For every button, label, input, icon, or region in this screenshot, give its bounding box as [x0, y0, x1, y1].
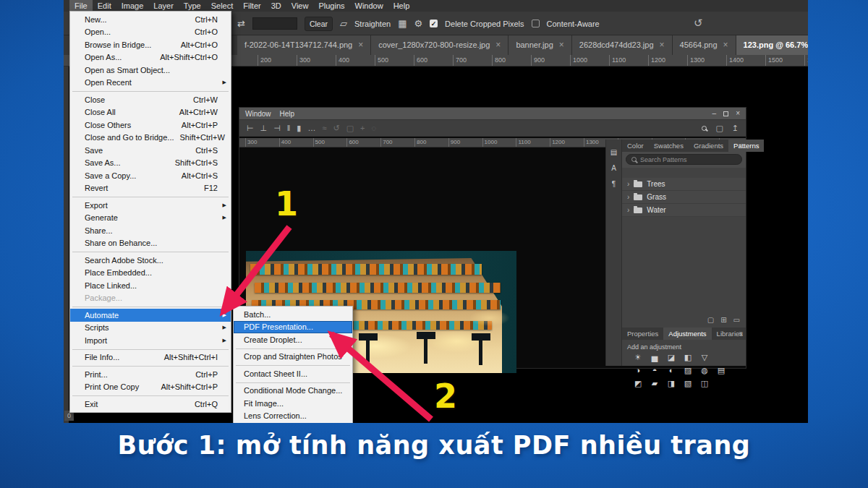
document-tab[interactable]: banner.jpg × — [509, 35, 571, 55]
document-tab[interactable]: 2628dcd474dd23.jpg × — [572, 35, 673, 55]
file-menu-item[interactable]: Close Others Alt+Ctrl+P ▶ — [70, 119, 231, 132]
file-menu-item[interactable]: New... Ctrl+N ▶ — [70, 13, 231, 26]
file-menu-item[interactable]: Save Ctrl+S ▶ — [70, 144, 231, 157]
file-menu-item[interactable]: Save As... Shift+Ctrl+S ▶ — [70, 157, 231, 170]
file-menu-item[interactable]: Print... Ctrl+P ▶ — [70, 368, 231, 381]
inner-menubar-item[interactable]: Window — [245, 110, 271, 118]
automate-submenu-item[interactable]: Lens Correction... ▶ — [234, 410, 352, 423]
panel-tab[interactable]: Properties — [622, 328, 663, 340]
menubar-item[interactable]: View — [286, 0, 314, 12]
adjustment-icon[interactable]: ☀ — [632, 353, 644, 362]
document-tab[interactable]: 123.png @ 66.7% (RGB/8 × — [736, 35, 808, 55]
file-menu-item[interactable]: Open Recent ▶ — [70, 77, 231, 90]
file-menu-item[interactable]: Revert F12 ▶ — [70, 182, 231, 195]
menubar-item[interactable]: Window — [350, 0, 388, 12]
pattern-folder-row[interactable]: › Grass — [622, 191, 746, 204]
file-menu-item[interactable]: Save a Copy... Alt+Ctrl+S ▶ — [70, 169, 231, 182]
adjustment-icon[interactable]: ▅ — [649, 353, 660, 362]
chevron-right-icon[interactable]: › — [627, 180, 629, 188]
adjustment-icon[interactable]: ◐ — [665, 366, 677, 375]
menubar-item[interactable]: Plugins — [313, 0, 349, 12]
panel-tab[interactable]: Swatches — [649, 140, 689, 152]
file-menu-item[interactable]: Open as Smart Object... ▶ — [70, 64, 231, 77]
inner-menubar-item[interactable]: Help — [280, 110, 295, 118]
adjustment-icon[interactable]: ◪ — [665, 353, 677, 362]
adjustment-icon[interactable]: ▨ — [682, 366, 694, 375]
file-menu-item[interactable]: Print One Copy Alt+Shift+Ctrl+P ▶ — [70, 381, 231, 394]
file-menu-item[interactable]: Open As... Alt+Shift+Ctrl+O ▶ — [70, 51, 231, 64]
grid-overlay-icon[interactable]: ▦ — [398, 19, 407, 28]
automate-submenu-item[interactable]: Create Droplet... ▶ — [234, 333, 352, 346]
character-panel-icon[interactable]: A — [611, 164, 616, 172]
automate-submenu-item[interactable]: Fit Image... ▶ — [234, 397, 352, 410]
file-menu-item[interactable]: Automate ▶ — [70, 309, 231, 322]
chevron-right-icon[interactable]: › — [627, 193, 629, 201]
delete-cropped-pixels-checkbox[interactable]: ✓ — [430, 20, 438, 27]
menubar-item[interactable]: File — [69, 0, 93, 12]
panel-menu-icon[interactable]: ≡ — [739, 140, 743, 152]
chevron-right-icon[interactable]: › — [627, 206, 629, 214]
search-icon[interactable] — [702, 126, 707, 131]
panel-footer-icon[interactable]: ⊞ — [720, 316, 726, 326]
gear-icon[interactable]: ⚙ — [414, 19, 422, 28]
close-tab-icon[interactable]: × — [358, 35, 363, 55]
share-icon[interactable]: ↥ — [732, 124, 739, 132]
adjustment-icon[interactable]: ◓ — [649, 366, 660, 375]
glyphs-panel-icon[interactable]: ▤ — [610, 148, 617, 156]
document-tab[interactable]: f-2022-06-14T134712.744.png × — [237, 35, 371, 55]
clear-button[interactable]: Clear — [305, 17, 333, 31]
file-menu-item[interactable]: Close and Go to Bridge... Shift+Ctrl+W ▶ — [70, 132, 231, 145]
align-tool-icon[interactable]: … — [307, 124, 315, 132]
file-menu-item[interactable]: Exit Ctrl+Q ▶ — [70, 398, 231, 411]
pattern-folder-row[interactable]: › Trees — [622, 178, 746, 191]
adjustment-icon[interactable]: ◫ — [699, 379, 710, 388]
document-tab[interactable]: 45664.png × — [673, 35, 736, 55]
panel-menu-icon[interactable]: ≡ — [739, 328, 743, 340]
adjustment-icon[interactable]: ◧ — [682, 353, 694, 362]
menubar-item[interactable]: Edit — [93, 0, 116, 12]
panel-tab[interactable]: Color — [622, 140, 649, 152]
panel-tab[interactable]: Gradients — [689, 140, 728, 152]
file-menu-item[interactable]: Browse in Bridge... Alt+Ctrl+O ▶ — [70, 38, 231, 51]
close-tab-icon[interactable]: × — [559, 35, 564, 55]
file-menu-item[interactable]: Share... ▶ — [70, 224, 231, 237]
menubar-item[interactable]: Image — [116, 0, 149, 12]
panel-tab[interactable]: Adjustments — [663, 328, 711, 340]
menubar-item[interactable]: Select — [206, 0, 239, 12]
menubar-item[interactable]: Filter — [238, 0, 265, 12]
menubar-item[interactable]: Layer — [148, 0, 179, 12]
automate-submenu-item[interactable]: PDF Presentation... ▶ — [234, 321, 352, 334]
workspace-icon[interactable]: ▢ — [715, 124, 723, 132]
adjustment-icon[interactable]: ◍ — [699, 366, 710, 375]
paragraph-panel-icon[interactable]: ¶ — [612, 180, 616, 188]
swap-dimensions-icon[interactable]: ⇄ — [237, 19, 245, 28]
adjustment-icon[interactable]: ▤ — [715, 366, 727, 375]
ratio-input[interactable] — [252, 17, 297, 30]
menubar-item[interactable]: 3D — [266, 0, 286, 12]
adjustment-icon[interactable]: ▽ — [699, 353, 710, 362]
undo-icon[interactable]: ↺ — [694, 17, 703, 30]
minimize-icon[interactable]: – — [712, 110, 717, 117]
align-tool-icon[interactable]: ⊢ — [247, 124, 254, 132]
close-icon[interactable]: × — [736, 110, 740, 117]
straighten-label[interactable]: Straighten — [354, 20, 391, 28]
content-aware-checkbox[interactable] — [532, 20, 540, 27]
adjustment-icon[interactable]: ◑ — [632, 366, 644, 375]
menubar-item[interactable]: Help — [388, 0, 415, 12]
align-tool-icon[interactable]: ▮ — [297, 124, 301, 132]
search-input[interactable]: Search Patterns — [626, 154, 742, 165]
file-menu-item[interactable]: Package... ▶ — [70, 292, 231, 305]
adjustment-icon[interactable]: ◩ — [632, 379, 644, 388]
automate-submenu-item[interactable]: Crop and Straighten Photos ▶ — [234, 351, 352, 364]
file-menu-item[interactable]: Share on Behance... ▶ — [70, 237, 231, 250]
file-menu-item[interactable]: Generate ▶ — [70, 212, 231, 225]
adjustment-icon[interactable]: ▧ — [682, 379, 694, 388]
restore-icon[interactable] — [723, 111, 728, 116]
automate-submenu-item[interactable]: Contact Sheet II... ▶ — [234, 367, 352, 380]
adjustment-icon[interactable]: ◨ — [665, 379, 677, 388]
close-tab-icon[interactable]: × — [495, 35, 501, 55]
file-menu-item[interactable]: Close All Alt+Ctrl+W ▶ — [70, 106, 231, 119]
align-tool-icon[interactable]: ⊥ — [260, 124, 268, 132]
close-tab-icon[interactable]: × — [660, 35, 665, 55]
panel-tab[interactable]: Patterns — [728, 140, 764, 152]
